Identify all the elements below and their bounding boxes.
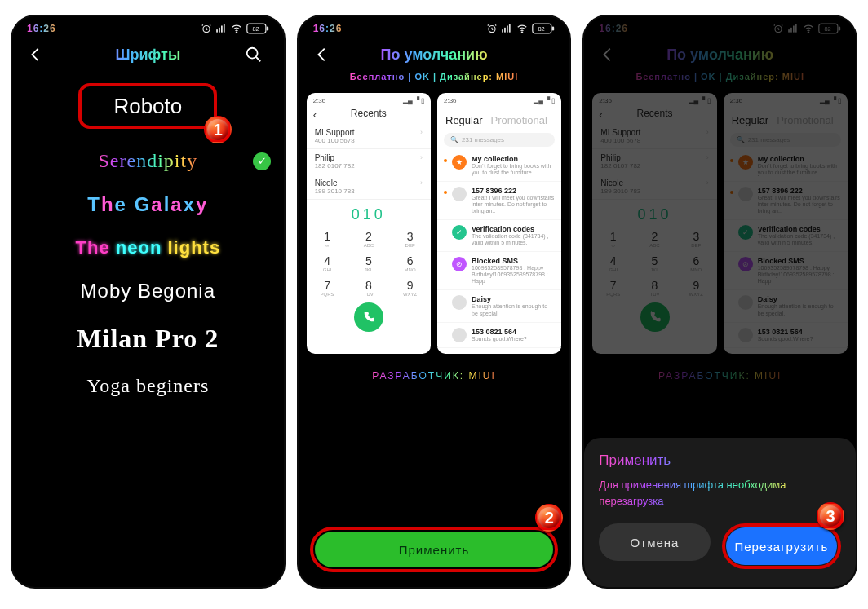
list-item: 157 8396 222Great! I will meet you downs… [437,182,561,220]
svg-point-5 [236,32,237,33]
phone-icon [362,311,375,324]
tab-regular: Regular [445,114,483,126]
font-item-galaxy[interactable]: The Galaxy [87,193,208,216]
wifi-icon [230,23,243,34]
svg-rect-14 [509,24,511,33]
nav-bar: Шрифты [12,36,284,70]
phone-screen-3: 16:26 82 По умолчанию Бесплатно | OK | Д… [584,16,856,587]
developer-label: РАЗРАБОТЧИК: MIUI [299,370,570,382]
page-title: По умолчанию [338,46,531,64]
applied-check-icon: ✓ [253,152,271,170]
font-label: Roboto [113,94,182,119]
battery-icon: 82 [532,23,555,34]
font-item-serendipity[interactable]: Serendipity [99,150,198,172]
list-item: ⊘Blocked SMS1069352589578798 : Happy Bir… [437,252,561,290]
search-icon: 🔍 [450,136,458,143]
arrow-left-icon [313,46,331,64]
svg-point-9 [246,48,257,59]
search-icon [245,46,263,64]
font-item-moby[interactable]: Moby Begonia [81,280,215,302]
arrow-left-icon [27,46,45,64]
sheet-text: Для применения шрифта необходима перезаг… [599,477,841,509]
dial-display: 010 [307,203,431,227]
nav-bar: По умолчанию [299,36,570,70]
font-meta: Бесплатно | OK | Дизайнер: MIUI [299,72,570,82]
font-item-yoga[interactable]: Yoga beginers [86,375,209,397]
svg-rect-11 [503,29,504,33]
status-bar: 16:26 82 [299,16,570,36]
status-icons: 82 [486,23,555,34]
preview-row: 2:36▂▄ ▝ ▯ ‹Recents MI Support400 100 56… [299,86,570,360]
arrow-left-icon: ‹ [313,108,317,121]
alarm-icon [486,23,498,34]
status-clock: 16:26 [27,23,56,34]
font-item-roboto[interactable]: Roboto [78,83,217,129]
confirm-sheet: Применить Для применения шрифта необходи… [584,438,856,587]
preview-messages[interactable]: 2:36▂▄ ▝ ▯ RegularPromotional 🔍231 messa… [437,93,561,354]
svg-rect-13 [507,26,508,33]
page-title: Шрифты [51,46,245,64]
svg-rect-4 [224,24,225,33]
step-badge-1: 1 [204,116,232,143]
signal-icon [501,23,512,34]
cancel-button[interactable]: Отмена [599,523,710,561]
svg-text:82: 82 [252,25,259,33]
svg-rect-7 [266,27,268,31]
back-button[interactable] [313,46,338,64]
mini-status-icons: ▂▄ ▝ ▯ [403,97,424,104]
list-item: Nicole189 3010 783› [307,174,431,200]
font-item-neon[interactable]: The neon lights [76,237,221,258]
battery-icon: 82 [246,23,269,34]
search-button[interactable] [245,46,269,64]
font-item-milan[interactable]: Milan Pro 2 [77,324,219,354]
dialer: 010 1∞ 2ABC 3DEF 4GHI 5JKL 6MNO 7PQRS 8T… [307,203,431,332]
list-item: DaisyEnough attention is enough to be sp… [437,290,561,322]
preview-dialer[interactable]: 2:36▂▄ ▝ ▯ ‹Recents MI Support400 100 56… [307,93,431,354]
svg-rect-3 [221,26,223,33]
call-button [354,302,383,332]
list-item: MI Support400 100 5678› [307,124,431,149]
list-item: 153 0821 564Sounds good.Where? [437,323,561,348]
font-list: Roboto 1 Serendipity ✓ The Galaxy The ne… [12,83,284,397]
apply-button[interactable]: Применить [315,532,554,567]
status-clock: 16:26 [313,23,343,34]
alarm-icon [201,23,212,34]
phone-screen-1: 16:26 82 Шрифты Roboto 1 Serendipity ✓ T… [12,16,284,587]
svg-rect-1 [216,29,218,33]
wifi-icon [516,23,529,34]
svg-point-15 [522,32,523,33]
phone-screen-2: 16:26 82 По умолчанию Бесплатно | OK | Д… [299,16,570,587]
tab-promotional: Promotional [491,114,547,126]
apply-highlight: Применить [310,527,559,572]
list-item: ★My collectionDon´t forget to bring book… [437,150,561,182]
mini-status-icons: ▂▄ ▝ ▯ [534,97,555,104]
svg-text:82: 82 [538,25,545,33]
signal-icon [215,23,227,34]
svg-rect-12 [504,28,506,33]
status-bar: 16:26 82 [12,16,284,36]
list-item: ✓Verification codesThe validation code (… [437,220,561,252]
sheet-title: Применить [599,452,841,469]
reboot-highlight: Перезагрузить 3 [722,523,841,569]
messages-list: ★My collectionDon´t forget to bring book… [437,150,561,348]
list-item: Philip182 0107 782› [307,149,431,174]
dial-keypad: 1∞ 2ABC 3DEF 4GHI 5JKL 6MNO 7PQRS 8TUV 9… [307,227,431,300]
status-icons: 82 [201,23,269,34]
recents-list: MI Support400 100 5678› Philip182 0107 7… [307,124,431,200]
svg-rect-17 [552,27,554,31]
step-badge-3: 3 [817,502,844,530]
search-bar: 🔍231 messages [444,133,555,147]
back-button[interactable] [27,46,51,64]
reboot-button[interactable]: Перезагрузить [726,527,837,565]
svg-rect-2 [219,28,220,33]
step-badge-2: 2 [535,504,563,532]
